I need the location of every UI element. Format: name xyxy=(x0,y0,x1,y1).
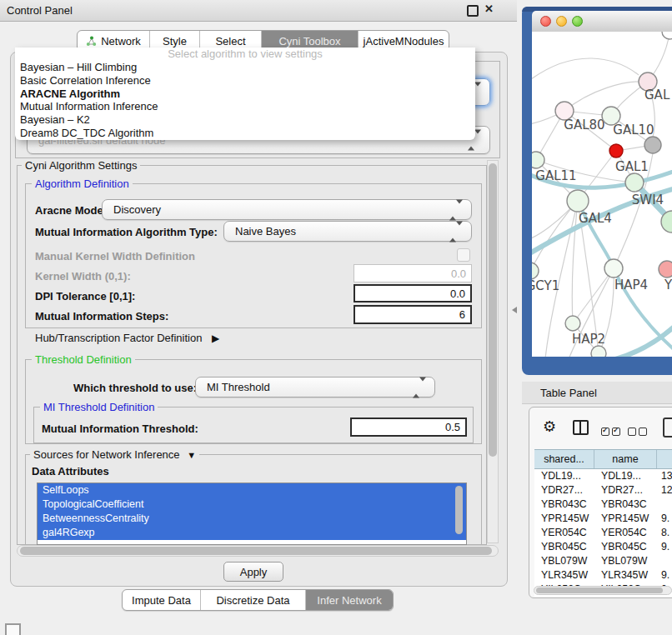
table-cell: YBR045C xyxy=(594,540,657,554)
node-gal4[interactable] xyxy=(567,190,589,212)
mi-steps-field[interactable]: 6 xyxy=(354,305,472,324)
table-row[interactable]: YPR145WYPR145W9. xyxy=(534,512,672,526)
manual-kernel-label: Manual Kernel Width Definition xyxy=(35,250,195,262)
dropdown-item-basic-correlation-inference[interactable]: Basic Correlation Inference xyxy=(15,74,475,88)
table-cell: YBR045C xyxy=(534,540,594,554)
node-gcy1[interactable] xyxy=(532,262,539,279)
aracne-mode-combo[interactable]: Discovery xyxy=(102,199,472,220)
tab-discretize-data[interactable]: Discretize Data xyxy=(201,590,306,610)
node-y[interactable] xyxy=(659,261,672,278)
dropdown-item-aracne-algorithm[interactable]: ARACNE Algorithm xyxy=(15,88,475,101)
table-row[interactable]: YBL079WYBL079W xyxy=(534,554,672,568)
cyni-settings-title: Cyni Algorithm Settings xyxy=(22,159,140,172)
mi-type-label: Mutual Information Algorithm Type: xyxy=(35,226,218,238)
tab-label: jActiveMNodules xyxy=(364,35,444,48)
table-row[interactable]: YBR043CYBR043C xyxy=(534,498,672,512)
node-label: Y xyxy=(664,278,672,292)
manual-kernel-checkbox[interactable] xyxy=(457,248,470,262)
columns-icon[interactable] xyxy=(573,420,589,435)
combo-stepper-icon xyxy=(413,381,426,393)
dpi-tolerance-field[interactable]: 0.0 xyxy=(354,284,472,302)
tab-label: Network xyxy=(101,35,141,48)
node-unlabeled[interactable] xyxy=(662,32,672,39)
table-cell xyxy=(657,554,672,568)
tab-infer-network[interactable]: Infer Network xyxy=(306,590,393,610)
table-cell: YPR145W xyxy=(594,512,657,526)
table-cell: 9. xyxy=(657,512,672,526)
node-gal1[interactable] xyxy=(609,144,623,158)
column-header-1[interactable]: shared... xyxy=(534,450,594,468)
dropdown-item-dream8-dc-tdc-algorithm[interactable]: Dream8 DC_TDC Algorithm xyxy=(15,127,475,140)
sources-group-title[interactable]: Sources for Network Inference ▼ xyxy=(30,448,199,461)
node-label: GAL1 xyxy=(615,159,649,174)
dropdown-item-bayesian-hill-climbing[interactable]: Bayesian – Hill Climbing xyxy=(15,61,475,74)
table-cell: YBR043C xyxy=(534,498,594,512)
control-panel-header: Control Panel ✕ xyxy=(0,0,517,22)
table-cell: YDR27... xyxy=(594,483,657,498)
table-hscrollbar-thumb[interactable] xyxy=(536,588,663,593)
mi-type-combo[interactable]: Naive Bayes xyxy=(223,221,472,242)
float-window-icon[interactable] xyxy=(467,5,479,17)
attribute-item-betweennesscentrality[interactable]: BetweennessCentrality xyxy=(38,512,466,526)
table-cell: 12 xyxy=(657,483,672,498)
node-swi4[interactable] xyxy=(625,173,644,192)
table-cell: YDL19... xyxy=(534,469,594,483)
minimized-panel-icon[interactable] xyxy=(5,623,21,635)
file-icon[interactable] xyxy=(663,418,672,438)
mi-threshold-field[interactable]: 0.5 xyxy=(350,418,467,437)
aracne-mode-value: Discovery xyxy=(113,203,161,216)
aracne-mode-label: Aracne Mode: xyxy=(35,204,107,217)
table-row[interactable]: YER054CYER054C8. xyxy=(534,526,672,540)
apply-button[interactable]: Apply xyxy=(223,562,283,582)
attribute-item-gal4rgexp[interactable]: gal4RGexp xyxy=(38,526,466,540)
node-unlabeled[interactable] xyxy=(644,137,661,153)
minimize-traffic-light-icon[interactable] xyxy=(556,16,567,27)
table-row[interactable]: YDL19...YDL19...13 xyxy=(534,469,672,483)
hub-definition-label: Hub/Transcription Factor Definition xyxy=(35,332,202,344)
dropdown-items: Bayesian – Hill ClimbingBasic Correlatio… xyxy=(15,61,475,140)
node-unlabeled[interactable] xyxy=(591,346,606,357)
network-nodes: GALGAL80GAL10GAL1GAL11SWI4GAL4YHAP4GCY1H… xyxy=(532,32,672,357)
settings-hscrollbar-thumb[interactable] xyxy=(20,547,492,555)
tab-label: Select xyxy=(215,35,245,48)
node-hap4[interactable] xyxy=(604,259,623,278)
table-cell: YPR145W xyxy=(534,512,594,526)
kernel-width-field[interactable]: 0.0 xyxy=(354,264,472,282)
close-icon[interactable]: ✕ xyxy=(484,2,494,15)
table-row[interactable]: YLR345WYLR345W9. xyxy=(534,568,672,582)
tab-label: Cyni Toolbox xyxy=(278,35,340,48)
column-header-2[interactable]: name xyxy=(594,450,657,468)
table-cell: YLR345W xyxy=(594,568,657,582)
dropdown-item-mutual-information-inference[interactable]: Mutual Information Inference xyxy=(15,100,475,113)
chevron-right-icon: ▶ xyxy=(212,332,219,344)
table-header-row: shared...nameA xyxy=(534,449,672,469)
attribute-item-topologicalcoefficient[interactable]: TopologicalCoefficient xyxy=(38,498,466,512)
table-row[interactable]: YDR27...YDR27...12 xyxy=(534,483,672,498)
node-label: SWI4 xyxy=(632,192,664,208)
node-table: shared...nameA YDL19...YDL19...13YDR27..… xyxy=(534,449,672,597)
network-window-titlebar[interactable] xyxy=(532,11,672,32)
settings-vscrollbar-thumb[interactable] xyxy=(489,163,497,457)
table-row[interactable]: YBR045CYBR045C9. xyxy=(534,540,672,554)
select-all-icon[interactable] xyxy=(601,424,623,439)
tab-impute-data[interactable]: Impute Data xyxy=(123,590,201,610)
close-traffic-light-icon[interactable] xyxy=(540,16,551,27)
table-cell: 9. xyxy=(657,568,672,582)
node-hap2[interactable] xyxy=(565,316,580,331)
gear-icon[interactable]: ⚙ xyxy=(543,419,556,434)
node-gal11[interactable] xyxy=(532,152,544,168)
attribute-item-selfloops[interactable]: SelfLoops xyxy=(38,483,466,498)
mi-type-value: Naive Bayes xyxy=(235,225,296,238)
deselect-all-icon[interactable] xyxy=(628,424,649,439)
panel-divider-handle[interactable] xyxy=(509,307,517,313)
which-threshold-label: Which threshold to use: xyxy=(73,382,197,394)
hub-definition-expander[interactable]: Hub/Transcription Factor Definition ▶ xyxy=(35,332,219,344)
dropdown-item-bayesian-k2[interactable]: Bayesian – K2 xyxy=(15,113,475,127)
attributes-scrollbar-thumb[interactable] xyxy=(455,486,463,534)
network-canvas[interactable]: GALGAL80GAL10GAL1GAL11SWI4GAL4YHAP4GCY1H… xyxy=(532,32,672,357)
data-attributes-list: SelfLoopsTopologicalCoefficientBetweenne… xyxy=(37,482,467,545)
zoom-traffic-light-icon[interactable] xyxy=(572,16,583,27)
which-threshold-combo[interactable]: MI Threshold xyxy=(195,377,435,398)
column-header-3[interactable]: A xyxy=(657,450,672,468)
table-cell xyxy=(657,498,672,512)
